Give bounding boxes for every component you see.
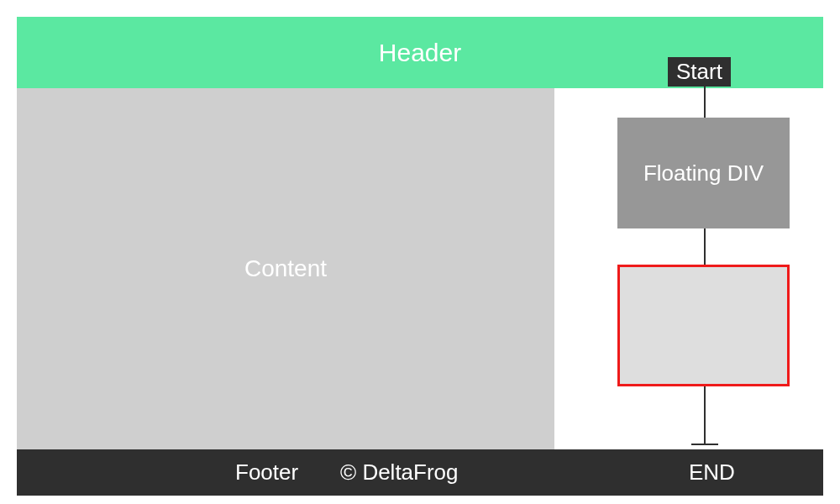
floating-div-block: Floating DIV bbox=[617, 118, 790, 228]
footer-copyright: © DeltaFrog bbox=[340, 459, 459, 486]
connector-endcap bbox=[691, 444, 718, 445]
content-label: Content bbox=[244, 255, 327, 282]
start-label: Start bbox=[668, 57, 731, 87]
start-text: Start bbox=[676, 59, 722, 84]
header-label: Header bbox=[379, 39, 461, 67]
connector-line bbox=[704, 386, 706, 445]
floating-div-label: Floating DIV bbox=[643, 160, 764, 186]
highlight-box bbox=[617, 265, 790, 386]
connector-line bbox=[704, 228, 706, 265]
footer-end-label: END bbox=[689, 459, 735, 486]
content-block: Content bbox=[17, 88, 554, 449]
footer-block: Footer © DeltaFrog END bbox=[17, 449, 823, 496]
footer-label: Footer bbox=[235, 459, 298, 486]
diagram-stage: Header Content Start Floating DIV Footer… bbox=[0, 0, 840, 504]
connector-line bbox=[704, 86, 706, 118]
